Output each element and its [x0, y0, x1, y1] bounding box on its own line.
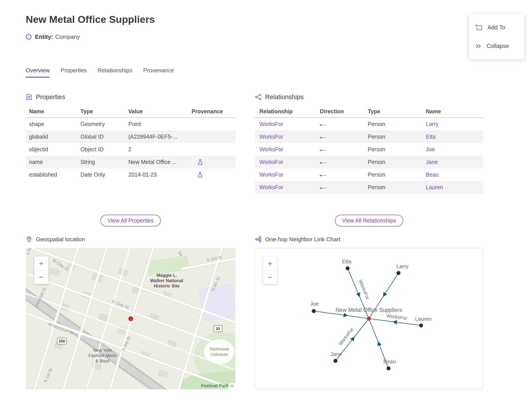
- tab-provenance[interactable]: Provenance: [143, 67, 174, 78]
- property-value: Point: [125, 121, 188, 127]
- property-row: globalid Global ID {A228944F-0EF5-...: [26, 130, 235, 143]
- col-direction: Direction: [315, 108, 363, 115]
- coliseum-label-1: Richmond: [210, 347, 229, 351]
- svg-text:New York: New York: [93, 348, 112, 353]
- entity-badge: Entity: Company: [26, 33, 532, 40]
- context-menu: Add To Collapse: [469, 14, 524, 59]
- property-row: shape Geometry Point: [26, 118, 235, 130]
- relationships-button-zone: View All Relationships: [255, 207, 483, 234]
- map-zoom-control: + −: [34, 256, 48, 284]
- property-type: Global ID: [77, 134, 125, 140]
- view-all-properties-button[interactable]: View All Properties: [100, 215, 161, 226]
- svg-text:Fashion Mens: Fashion Mens: [88, 353, 116, 358]
- link-chart-section-header: One-hop Neighbor Link Chart: [255, 234, 483, 245]
- col-type: Type: [77, 108, 125, 115]
- node-lauren[interactable]: [419, 323, 423, 327]
- coliseum-label-2: Coliseum: [210, 352, 228, 357]
- node-beau[interactable]: [386, 366, 391, 370]
- add-to-label: Add To: [487, 24, 505, 31]
- property-name: globalid: [26, 134, 77, 140]
- direction-arrow-icon: ←: [317, 146, 328, 153]
- relationship-link[interactable]: WorksFor: [255, 159, 315, 165]
- left-column: Properties Name Type Value Provenance sh…: [26, 92, 235, 389]
- overview-columns: Properties Name Type Value Provenance sh…: [26, 92, 532, 389]
- relationship-link[interactable]: WorksFor: [255, 171, 315, 178]
- coliseum-building: [204, 339, 235, 364]
- relationship-link[interactable]: WorksFor: [255, 184, 315, 190]
- property-type: Object ID: [77, 146, 125, 153]
- properties-icon: [26, 94, 32, 100]
- attribution-toggle[interactable]: [229, 383, 235, 389]
- entity-location-marker[interactable]: [129, 317, 133, 321]
- related-entity-link[interactable]: Etta: [421, 134, 483, 140]
- property-row: objectid Object ID 2: [26, 143, 235, 156]
- page-title: New Metal Office Suppliers: [26, 14, 532, 25]
- property-name: name: [26, 159, 77, 165]
- map-canvas[interactable]: k Rd W Clay St Sa N 3rd St N 4th St Mars…: [26, 248, 235, 389]
- related-entity-link[interactable]: Larry: [421, 121, 483, 127]
- relationships-table-header: Relationship Direction Type Name: [255, 105, 483, 118]
- relationship-type: Person: [363, 171, 421, 178]
- related-entity-link[interactable]: Beau: [421, 171, 483, 178]
- relationship-row: WorksFor ← Person Joe: [255, 143, 483, 156]
- related-entity-link[interactable]: Joe: [421, 146, 483, 153]
- map-panel[interactable]: k Rd W Clay St Sa N 3rd St N 4th St Mars…: [26, 248, 235, 389]
- provenance-flask-icon[interactable]: [197, 172, 203, 178]
- svg-text:& Boys: & Boys: [95, 358, 109, 363]
- tab-properties[interactable]: Properties: [60, 67, 87, 78]
- svg-text:WorksFor: WorksFor: [338, 326, 354, 346]
- view-all-relationships-button[interactable]: View All Relationships: [335, 215, 403, 226]
- relationship-row: WorksFor ← Person Etta: [255, 130, 483, 143]
- tab-bar: Overview Properties Relationships Proven…: [26, 67, 532, 78]
- property-row: name String New Metal Office ...: [26, 156, 235, 168]
- right-column: Relationships Relationship Direction Typ…: [255, 92, 483, 389]
- tab-relationships[interactable]: Relationships: [98, 67, 132, 78]
- properties-section-header: Properties: [26, 92, 235, 102]
- relationship-type: Person: [363, 184, 421, 190]
- relationship-link[interactable]: WorksFor: [255, 134, 315, 140]
- properties-button-zone: View All Properties: [26, 207, 235, 234]
- properties-table-header: Name Type Value Provenance: [26, 105, 235, 118]
- node-etta[interactable]: [346, 266, 350, 270]
- svg-text:New Metal Office Suppliers: New Metal Office Suppliers: [336, 307, 402, 313]
- svg-text:Historic Site: Historic Site: [154, 284, 180, 288]
- node-joe[interactable]: [312, 309, 316, 313]
- route-shield-250: 250: [57, 338, 66, 344]
- related-entity-link[interactable]: Jane: [421, 159, 483, 165]
- relationship-type: Person: [363, 146, 421, 153]
- property-value: 2: [125, 146, 188, 153]
- svg-text:Larry: Larry: [396, 263, 409, 269]
- collapse-button[interactable]: Collapse: [469, 37, 524, 55]
- map-zoom-in-button[interactable]: +: [34, 256, 48, 270]
- svg-text:Lauren: Lauren: [415, 316, 432, 322]
- property-row: established Date Only 2014-01-23: [26, 168, 235, 181]
- relationship-link[interactable]: WorksFor: [255, 121, 315, 127]
- col-type: Type: [363, 108, 421, 115]
- property-name: shape: [26, 121, 77, 127]
- tab-overview[interactable]: Overview: [26, 67, 50, 78]
- relationship-link[interactable]: WorksFor: [255, 146, 315, 153]
- col-name: Name: [421, 108, 483, 115]
- map-zoom-out-button[interactable]: −: [34, 270, 48, 284]
- relationship-row: WorksFor ← Person Jane: [255, 156, 483, 168]
- link-chart-canvas[interactable]: WorksFor WorksFor WorksFor Etta: [255, 248, 483, 389]
- provenance-flask-icon[interactable]: [197, 159, 203, 165]
- node-center-entity[interactable]: [367, 317, 371, 320]
- route-shield-33: 33: [214, 326, 222, 332]
- node-larry[interactable]: [397, 271, 400, 275]
- relationships-section-header: Relationships: [255, 92, 483, 102]
- svg-text:33: 33: [216, 327, 220, 331]
- related-entity-link[interactable]: Lauren: [421, 184, 483, 190]
- link-chart-panel[interactable]: WorksFor WorksFor WorksFor Etta: [255, 248, 483, 389]
- node-jane[interactable]: [333, 359, 337, 363]
- svg-text:Etta: Etta: [342, 258, 352, 264]
- add-to-button[interactable]: Add To: [469, 18, 524, 37]
- link-chart-zoom-out-button[interactable]: −: [263, 270, 277, 284]
- property-name: established: [26, 171, 77, 178]
- link-chart-zoom-control: + −: [263, 256, 277, 284]
- col-name: Name: [26, 108, 77, 115]
- svg-text:Beau: Beau: [384, 358, 396, 364]
- link-chart-zoom-in-button[interactable]: +: [263, 256, 277, 270]
- svg-text:Festival Park: Festival Park: [201, 383, 229, 388]
- relationship-type: Person: [363, 159, 421, 165]
